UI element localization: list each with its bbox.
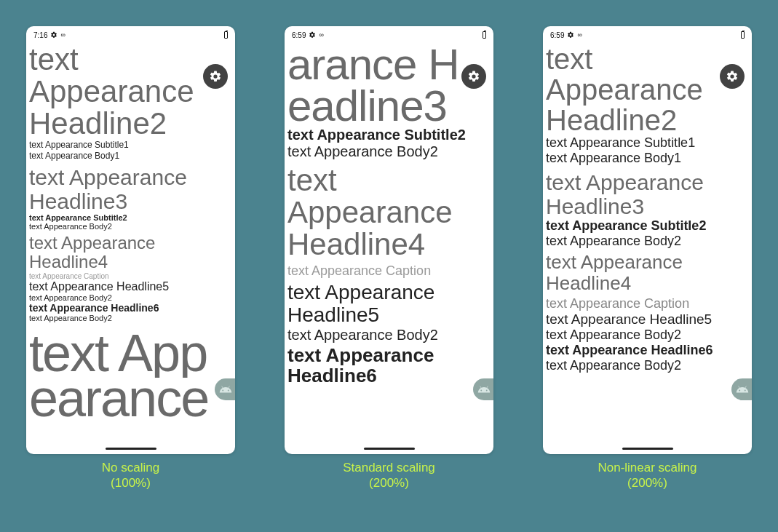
caption-line: No scaling xyxy=(26,460,235,475)
text-headline4: text xyxy=(287,164,493,196)
text-headline6: text Appearance xyxy=(287,345,493,366)
text-headline3: Headline3 xyxy=(546,194,752,218)
text-headline4: Headline4 xyxy=(546,273,752,294)
text-headline2: Headline2 xyxy=(546,105,752,135)
text-subtitle2: text Appearance Subtitle2 xyxy=(546,218,752,234)
caption-line: (100%) xyxy=(26,475,235,491)
text-headline3: Headline3 xyxy=(29,189,235,213)
nav-indicator[interactable] xyxy=(106,448,156,450)
phone-panel-nonlinear-scaling: 6:59 ∞ text Appearance Headline2 text Ap… xyxy=(543,26,752,454)
text-caption: text Appearance Caption xyxy=(29,272,235,280)
text-headline5: text Appearance xyxy=(287,282,493,304)
text-body2: text Appearance Body2 xyxy=(287,143,493,160)
nav-indicator[interactable] xyxy=(364,448,415,450)
caption-line: Non-linear scaling xyxy=(543,460,752,475)
status-gear-icon xyxy=(567,31,574,39)
caption-line: (200%) xyxy=(543,475,752,491)
content-area: arance H eadline3 text Appearance Subtit… xyxy=(285,44,493,454)
text-subtitle2: text Appearance Subtitle2 xyxy=(29,213,235,222)
status-gear-icon xyxy=(50,31,57,39)
settings-fab[interactable] xyxy=(720,64,745,89)
status-time: 6:59 xyxy=(292,31,306,39)
caption-nonlinear-scaling: Non-linear scaling (200%) xyxy=(543,460,752,491)
text-headline4: text Appearance xyxy=(29,234,235,253)
text-subtitle2: text Appearance Subtitle2 xyxy=(287,127,493,143)
text-headline4: Appearance xyxy=(287,196,493,229)
caption-standard-scaling: Standard scaling (200%) xyxy=(285,460,493,491)
battery-icon xyxy=(741,31,745,39)
status-extra: ∞ xyxy=(577,31,582,39)
caption-no-scaling: No scaling (100%) xyxy=(26,460,235,491)
text-body2: text Appearance Body2 xyxy=(287,327,493,344)
text-headline5: Headline5 xyxy=(287,304,493,327)
text-headline4: text Appearance xyxy=(546,252,752,273)
status-extra: ∞ xyxy=(319,31,324,39)
phone-panel-standard-scaling: 6:59 ∞ arance H eadline3 text Appearance… xyxy=(285,26,493,454)
text-body2: text Appearance Body2 xyxy=(29,314,235,322)
text-caption: text Appearance Caption xyxy=(546,296,752,311)
text-body2: text Appearance Body2 xyxy=(546,358,752,373)
status-time: 6:59 xyxy=(550,31,564,39)
text-headline6: text Appearance Headline6 xyxy=(29,302,235,314)
text-display-giant: text App xyxy=(29,328,235,378)
text-headline5: text Appearance Headline5 xyxy=(546,311,752,327)
status-bar: 7:16 ∞ xyxy=(26,26,235,44)
text-body1: text Appearance Body1 xyxy=(546,151,752,166)
text-headline5: text Appearance Headline5 xyxy=(29,280,235,293)
text-headline6: text Appearance Headline6 xyxy=(546,343,752,358)
status-extra: ∞ xyxy=(60,31,66,39)
text-headline4: Headline4 xyxy=(287,229,493,261)
text-body1: text Appearance Body1 xyxy=(29,151,235,161)
text-body2: text Appearance Body2 xyxy=(546,327,752,343)
caption-line: Standard scaling xyxy=(285,460,493,475)
text-caption: text Appearance Caption xyxy=(287,263,493,279)
text-display-giant: earance xyxy=(29,373,235,423)
caption-line: (200%) xyxy=(285,475,493,491)
text-body2: text Appearance Body2 xyxy=(29,222,235,231)
content-area: text Appearance Headline2 text Appearanc… xyxy=(26,44,235,454)
android-debug-icon[interactable] xyxy=(215,378,235,400)
content-area: text Appearance Headline2 text Appearanc… xyxy=(543,44,752,454)
settings-fab[interactable] xyxy=(461,64,486,89)
battery-icon xyxy=(483,31,486,39)
android-debug-icon[interactable] xyxy=(473,378,493,400)
status-bar: 6:59 ∞ xyxy=(543,26,752,44)
text-body2: text Appearance Body2 xyxy=(29,293,235,302)
status-bar: 6:59 ∞ xyxy=(285,26,493,44)
text-subtitle1: text Appearance Subtitle1 xyxy=(29,140,235,150)
text-subtitle1: text Appearance Subtitle1 xyxy=(546,135,752,151)
text-headline2: Headline2 xyxy=(29,108,235,140)
status-time: 7:16 xyxy=(33,31,47,39)
text-body2: text Appearance Body2 xyxy=(546,234,752,249)
nav-indicator[interactable] xyxy=(622,448,673,450)
battery-icon xyxy=(224,31,228,39)
phone-panel-no-scaling: 7:16 ∞ text Appearance Headline2 text Ap… xyxy=(26,26,235,454)
text-headline4: Headline4 xyxy=(29,253,235,271)
text-headline6: Headline6 xyxy=(287,365,493,386)
text-headline3: text Appearance xyxy=(29,165,235,189)
text-headline3: text Appearance xyxy=(546,170,752,194)
text-headline3-fragment: eadline3 xyxy=(287,85,493,127)
android-debug-icon[interactable] xyxy=(731,378,752,400)
settings-fab[interactable] xyxy=(203,64,228,89)
status-gear-icon xyxy=(309,31,316,39)
